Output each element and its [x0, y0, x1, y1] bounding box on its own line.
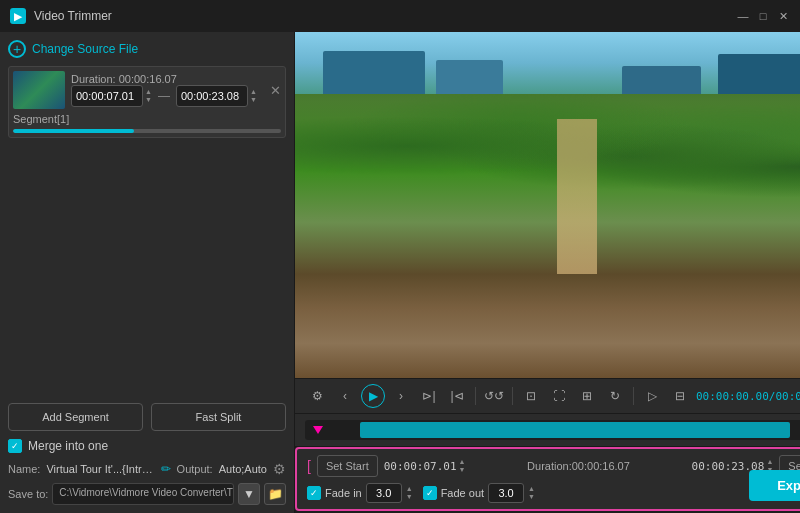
video-preview [295, 32, 800, 378]
title-bar: ▶ Video Trimmer — □ ✕ [0, 0, 800, 32]
start-time-input[interactable] [71, 85, 143, 107]
fade-out-spinner[interactable]: ▲▼ [528, 485, 535, 502]
segment-close-button[interactable]: ✕ [270, 83, 281, 98]
change-source-label: Change Source File [32, 42, 138, 56]
name-row: Name: Virtual Tour It'...{Intramuros}.mp… [8, 461, 286, 477]
play-button[interactable]: ▶ [361, 384, 385, 408]
set-start-button[interactable]: Set Start [317, 455, 378, 477]
save-row: Save to: C:\Vidmore\Vidmore Video Conver… [8, 483, 286, 505]
video-frame [295, 32, 800, 378]
segment-label: Segment[1] [13, 113, 281, 125]
skip-begin-button[interactable]: |⊲ [445, 384, 469, 408]
preview-left-button[interactable]: ▷ [640, 384, 664, 408]
trim-controls: [ Set Start 00:00:07.01 ▲▼ Duration:00:0… [295, 447, 800, 511]
control-separator-2 [512, 387, 513, 405]
segment-item: Duration: 00:00:16.07 ▲▼ — ▲▼ [8, 66, 286, 138]
trim-start-time: 00:00:07.01 [384, 460, 457, 473]
fade-in-label: Fade in [325, 487, 362, 499]
segment-duration: Duration: 00:00:16.07 [71, 73, 257, 85]
fade-out-group: Fade out ▲▼ [423, 483, 535, 503]
add-segment-button[interactable]: Add Segment [8, 403, 143, 431]
maximize-button[interactable]: □ [756, 9, 770, 23]
end-time-field[interactable]: ▲▼ [176, 85, 257, 107]
preview-right-button[interactable]: ⊟ [668, 384, 692, 408]
timeline-playhead[interactable] [313, 420, 323, 440]
screenshot-button[interactable]: ⊞ [575, 384, 599, 408]
trim-row-2: Fade in ▲▼ Fade out ▲▼ [307, 483, 800, 503]
fullscreen-button[interactable]: ⛶ [547, 384, 571, 408]
trim-bracket-start-icon: [ [307, 458, 311, 474]
fade-in-value[interactable] [366, 483, 402, 503]
save-dropdown-button[interactable]: ▼ [238, 483, 260, 505]
add-icon: + [8, 40, 26, 58]
trim-duration: Duration:00:00:16.07 [471, 460, 685, 472]
trim-row-1: [ Set Start 00:00:07.01 ▲▼ Duration:00:0… [307, 455, 800, 477]
fade-in-group: Fade in ▲▼ [307, 483, 413, 503]
start-time-field[interactable]: ▲▼ [71, 85, 152, 107]
output-settings-icon[interactable]: ⚙ [273, 461, 286, 477]
fast-split-button[interactable]: Fast Split [151, 403, 286, 431]
next-frame-button[interactable]: › [389, 384, 413, 408]
output-value: Auto;Auto [219, 463, 267, 475]
rotate-button[interactable]: ↻ [603, 384, 627, 408]
merge-label: Merge into one [28, 439, 108, 453]
minimize-button[interactable]: — [736, 9, 750, 23]
change-source-button[interactable]: + Change Source File [8, 40, 286, 58]
main-layout: + Change Source File Duration: 00:00:16.… [0, 32, 800, 513]
buildings-overlay [295, 32, 800, 94]
segment-buttons: Add Segment Fast Split [8, 403, 286, 431]
open-folder-button[interactable]: 📁 [264, 483, 286, 505]
timeline-area [295, 414, 800, 447]
fade-in-checkbox[interactable] [307, 486, 321, 500]
settings-control-button[interactable]: ⚙ [305, 384, 329, 408]
segment-thumbnail [13, 71, 65, 109]
left-panel-bottom: Add Segment Fast Split Merge into one Na… [8, 403, 286, 505]
time-separator: — [158, 89, 170, 103]
app-title: Video Trimmer [34, 9, 112, 23]
loop-button[interactable]: ↺↺ [482, 384, 506, 408]
merge-checkbox[interactable] [8, 439, 22, 453]
control-separator-1 [475, 387, 476, 405]
crop-button[interactable]: ⊡ [519, 384, 543, 408]
segment-progress-bar [13, 129, 281, 133]
end-time-input[interactable] [176, 85, 248, 107]
segment-times: ▲▼ — ▲▼ [71, 85, 257, 107]
trim-start-time-field[interactable]: 00:00:07.01 ▲▼ [384, 458, 466, 475]
edit-name-icon[interactable]: ✏ [161, 462, 171, 476]
tree-canopy-overlay [295, 94, 800, 198]
right-panel: ⚙ ‹ ▶ › ⊳| |⊲ ↺↺ ⊡ ⛶ ⊞ ↻ ▷ ⊟ 00:00:00.00… [295, 32, 800, 513]
path-overlay [557, 119, 597, 275]
fade-out-checkbox[interactable] [423, 486, 437, 500]
app-icon: ▶ [10, 8, 26, 24]
window-controls: — □ ✕ [736, 9, 790, 23]
timeline-track[interactable] [305, 420, 800, 440]
segment-header: Duration: 00:00:16.07 ▲▼ — ▲▼ [13, 71, 281, 109]
control-separator-3 [633, 387, 634, 405]
name-label: Name: [8, 463, 40, 475]
fade-out-label: Fade out [441, 487, 484, 499]
prev-frame-button[interactable]: ‹ [333, 384, 357, 408]
merge-row: Merge into one [8, 439, 286, 453]
playback-controls: ⚙ ‹ ▶ › ⊳| |⊲ ↺↺ ⊡ ⛶ ⊞ ↻ ▷ ⊟ 00:00:00.00… [295, 378, 800, 414]
output-label: Output: [177, 463, 213, 475]
close-button[interactable]: ✕ [776, 9, 790, 23]
save-path-display: C:\Vidmore\Vidmore Video Converter\Trimm… [52, 483, 234, 505]
timeline-selection [360, 422, 790, 438]
save-label: Save to: [8, 488, 48, 500]
skip-end-button[interactable]: ⊳| [417, 384, 441, 408]
fade-in-spinner[interactable]: ▲▼ [406, 485, 413, 502]
time-display: 00:00:00.00/00:00:30.01 [696, 390, 800, 403]
file-name-value: Virtual Tour It'...{Intramuros}.mp4 [46, 463, 154, 475]
left-panel: + Change Source File Duration: 00:00:16.… [0, 32, 295, 513]
fade-out-value[interactable] [488, 483, 524, 503]
export-button[interactable]: Export [749, 470, 800, 501]
